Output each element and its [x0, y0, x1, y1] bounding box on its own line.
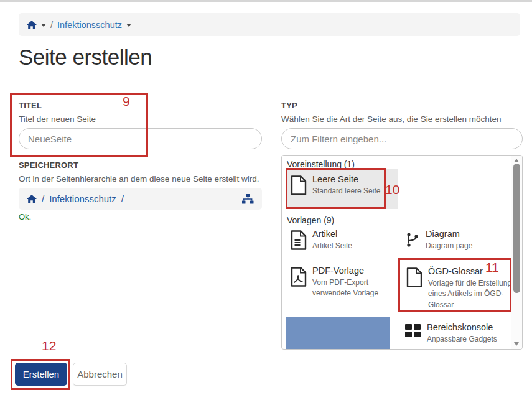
cancel-button[interactable]: Abbrechen [73, 363, 127, 386]
annotation-number: 12 [42, 338, 56, 353]
location-separator: / [121, 193, 124, 204]
template-description: Anpassbare Gadgets [427, 334, 497, 345]
page-title: Seite erstellen [19, 45, 152, 70]
location-field-description: Ort in der Seitenhierarchie an dem diese… [19, 174, 259, 184]
template-title: ÖGD-Glossar [428, 266, 515, 276]
template-item-leere-seite[interactable]: Leere Seite Standard leere Seite [291, 174, 380, 197]
group-heading-preset: Voreinstellung (1) [287, 159, 355, 169]
scrollbar[interactable] [511, 156, 522, 349]
article-icon [291, 230, 307, 250]
grid-icon [405, 323, 421, 338]
template-thumbnail[interactable] [286, 317, 390, 350]
pdf-icon [291, 267, 307, 287]
location-space-link[interactable]: Infektionsschutz [49, 193, 116, 204]
template-description: Artikel Seite [312, 241, 352, 251]
template-title: Artikel [312, 229, 352, 239]
breadcrumb: / Infektionsschutz [19, 13, 520, 36]
location-field-label: SPEICHERORT [19, 160, 78, 170]
chevron-down-icon[interactable] [126, 24, 131, 27]
template-description: Standard leere Seite [312, 186, 380, 197]
location-separator: / [42, 193, 44, 204]
title-field-label: TITEL [19, 101, 42, 110]
home-icon[interactable] [27, 195, 37, 203]
template-item-pdf-vorlage[interactable]: PDF-Vorlage Vom PDF-Export verwendete Vo… [291, 266, 380, 299]
type-field-description: Wählen Sie die Art der Seite aus, die Si… [281, 114, 501, 124]
annotation-number: 9 [123, 94, 130, 109]
group-heading-templates: Vorlagen (9) [287, 215, 334, 225]
template-title: Bereichskonsole [427, 322, 497, 332]
create-button[interactable]: Erstellen [15, 363, 67, 386]
sitemap-icon[interactable] [242, 194, 254, 204]
template-listbox: Voreinstellung (1) Leere Seite Standard … [281, 155, 523, 350]
title-input[interactable] [19, 128, 262, 149]
home-icon[interactable] [27, 21, 37, 29]
template-item-diagram[interactable]: Diagram Diagram page [405, 229, 472, 251]
chevron-down-icon[interactable] [41, 24, 46, 27]
breadcrumb-separator: / [50, 20, 53, 30]
blank-page-icon [406, 267, 422, 287]
breadcrumb-space-link[interactable]: Infektionsschutz [57, 20, 122, 30]
template-title: PDF-Vorlage [312, 266, 380, 276]
template-filter-input[interactable] [281, 128, 523, 149]
scroll-down-icon[interactable] [514, 342, 519, 346]
template-item-oegd-glossar[interactable]: ÖGD-Glossar Vorlage für die Erstellung e… [406, 266, 515, 310]
type-field-label: TYP [281, 101, 297, 110]
diagram-icon [405, 230, 420, 249]
template-title: Leere Seite [312, 174, 380, 184]
template-item-bereichskonsole[interactable]: Bereichskonsole Anpassbare Gadgets [405, 322, 497, 345]
blank-page-icon [291, 175, 307, 195]
top-divider [0, 0, 532, 2]
template-item-artikel[interactable]: Artikel Artikel Seite [291, 229, 352, 251]
title-field-description: Titel der neuen Seite [19, 114, 96, 124]
location-status: Ok. [19, 212, 31, 221]
location-path: / Infektionsschutz / [19, 188, 262, 210]
scrollbar-thumb[interactable] [513, 164, 520, 293]
template-title: Diagram [426, 229, 472, 239]
template-description: Diagram page [426, 241, 472, 251]
template-description: Vorlage für die Erstellung eines Artikel… [428, 278, 515, 310]
scroll-up-icon[interactable] [514, 159, 519, 162]
template-description: Vom PDF-Export verwendete Vorlage [312, 277, 380, 299]
